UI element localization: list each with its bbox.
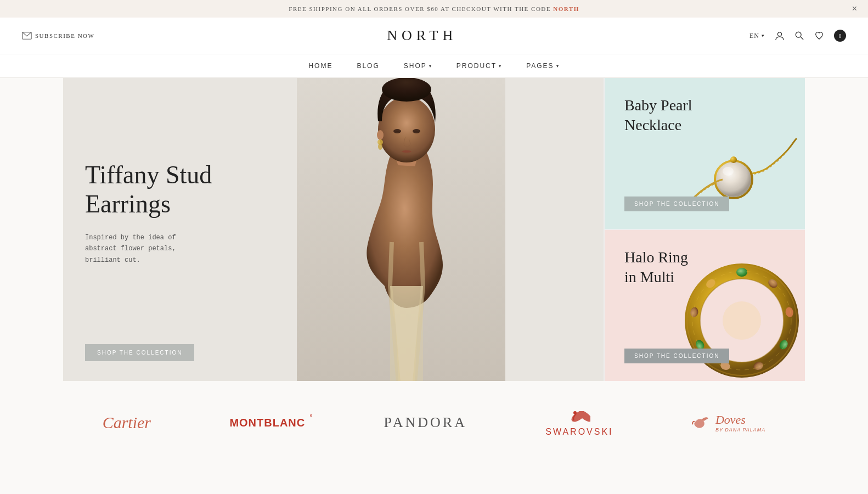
envelope-icon — [22, 31, 32, 41]
language-selector[interactable]: EN ▾ — [749, 32, 765, 40]
search-icon[interactable] — [794, 31, 804, 41]
hero-side-bottom: Halo Ringin Multi SHOP THE COLLECTION — [605, 230, 805, 381]
brands-section: Cartier MONT°BLANC PANDORA SWAROVSKI Dov… — [0, 381, 868, 464]
nav-item-pages[interactable]: PAGES ▾ — [526, 62, 559, 70]
shop-caret: ▾ — [429, 64, 432, 69]
lang-caret: ▾ — [762, 33, 765, 38]
hero-top-title: Baby PearlNecklace — [624, 96, 785, 136]
hero-main-title: Tiffany StudEarrings — [85, 161, 212, 219]
wishlist-icon[interactable] — [814, 31, 824, 41]
product-caret: ▾ — [499, 64, 502, 69]
svg-point-9 — [377, 130, 384, 140]
header-actions: EN ▾ 0 — [749, 30, 846, 42]
hero-side-top: Baby PearlNecklace SHOP THE COLLECTION — [605, 78, 805, 229]
subscribe-link[interactable]: SUBSCRIBE NOW — [22, 31, 94, 41]
woman-figure-svg — [297, 78, 505, 381]
nav-link-home[interactable]: HOME — [308, 62, 332, 70]
svg-point-8 — [413, 129, 420, 133]
swarovski-swan-icon — [568, 408, 590, 425]
pages-caret: ▾ — [556, 64, 560, 69]
svg-point-31 — [573, 411, 577, 414]
brand-pandora[interactable]: PANDORA — [384, 414, 467, 431]
svg-point-29 — [723, 301, 761, 340]
svg-point-2 — [796, 32, 801, 37]
account-icon[interactable] — [775, 31, 785, 41]
hero-main-image — [198, 78, 604, 381]
svg-point-11 — [378, 143, 382, 150]
brand-swarovski[interactable]: SWAROVSKI — [545, 408, 613, 437]
logo[interactable]: NORTH — [387, 27, 457, 44]
hero-bottom-title: Halo Ringin Multi — [624, 248, 785, 288]
announcement-close[interactable]: × — [852, 4, 857, 14]
nav-link-blog[interactable]: BLOG — [357, 62, 379, 70]
hero-section: Tiffany StudEarrings Inspired by the ide… — [63, 78, 805, 381]
hero-main-content: Tiffany StudEarrings Inspired by the ide… — [85, 161, 212, 299]
nav-item-home[interactable]: HOME — [308, 62, 332, 70]
svg-rect-12 — [390, 286, 423, 381]
header: SUBSCRIBE NOW NORTH EN ▾ 0 — [0, 18, 868, 54]
svg-point-14 — [723, 167, 734, 176]
main-nav: HOME BLOG SHOP ▾ PRODUCT ▾ PAGES ▾ — [0, 54, 868, 78]
announcement-text: FREE SHIPPING ON ALL ORDERS OVER $60 AT … — [289, 5, 553, 12]
nav-link-pages[interactable]: PAGES ▾ — [526, 62, 559, 70]
svg-point-16 — [730, 156, 737, 163]
lang-label: EN — [749, 32, 759, 40]
hero-main-cta[interactable]: SHOP THE COLLECTION — [85, 344, 194, 361]
hero-top-cta[interactable]: SHOP THE COLLECTION — [624, 197, 729, 211]
announcement-bar: FREE SHIPPING ON ALL ORDERS OVER $60 AT … — [0, 0, 868, 18]
nav-item-product[interactable]: PRODUCT ▾ — [456, 62, 502, 70]
announcement-code: NORTH — [553, 5, 579, 12]
hero-bottom-cta[interactable]: SHOP THE COLLECTION — [624, 349, 729, 363]
nav-link-shop[interactable]: SHOP ▾ — [404, 62, 432, 70]
brand-doves[interactable]: Doves by Dana Palama — [692, 413, 765, 433]
brand-cartier[interactable]: Cartier — [103, 413, 151, 432]
cart-button[interactable]: 0 — [834, 30, 846, 42]
nav-item-shop[interactable]: SHOP ▾ — [404, 62, 432, 70]
hero-main-desc: Inspired by the idea ofabstract flower p… — [85, 232, 212, 265]
nav-item-blog[interactable]: BLOG — [357, 62, 379, 70]
brand-montblanc[interactable]: MONT°BLANC — [229, 417, 305, 429]
hero-main: Tiffany StudEarrings Inspired by the ide… — [63, 78, 604, 381]
nav-link-product[interactable]: PRODUCT ▾ — [456, 62, 502, 70]
subscribe-label: SUBSCRIBE NOW — [35, 32, 94, 39]
svg-point-7 — [393, 129, 401, 133]
svg-point-1 — [777, 32, 781, 36]
doves-bird-icon — [692, 414, 711, 431]
svg-line-3 — [801, 37, 803, 40]
svg-point-6 — [382, 78, 431, 102]
